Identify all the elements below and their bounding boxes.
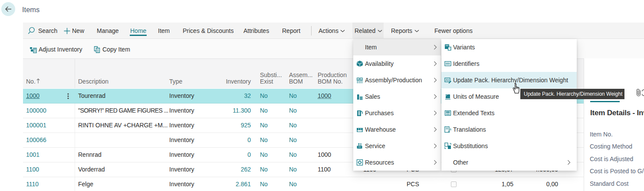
svg-text:Ab: Ab [446, 78, 450, 81]
svg-text:ä: ä [450, 128, 451, 131]
